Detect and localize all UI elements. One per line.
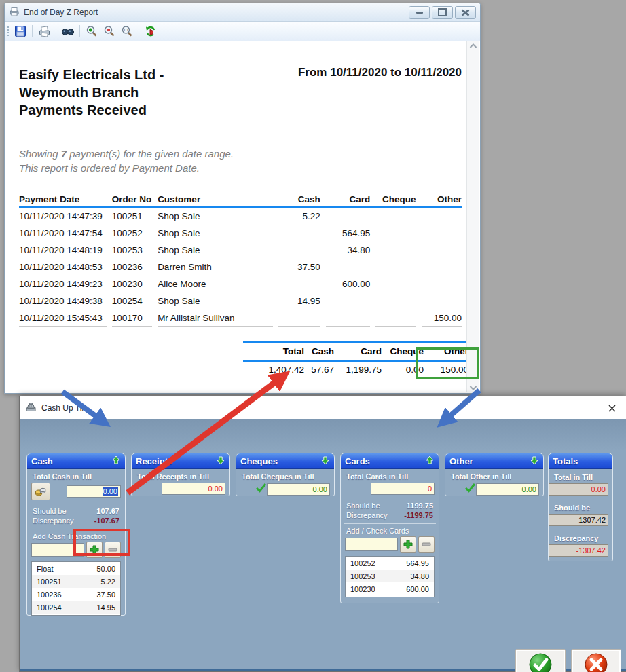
list-item[interactable]: 10025414.95	[32, 601, 120, 614]
add-button[interactable]	[400, 536, 416, 553]
cheques-total-field[interactable]: 0.00	[267, 483, 330, 496]
report-toolbar: 1:1	[5, 22, 480, 41]
cell: 10/11/2020 15:45:43	[19, 310, 107, 327]
table-row: 10/11/2020 15:45:43100170Mr Allistair Su…	[19, 310, 462, 327]
zoom-out-icon	[103, 25, 115, 37]
list-item[interactable]: 1002515.22	[32, 575, 120, 588]
zoom-reset-icon: 1:1	[121, 25, 133, 37]
dialog-titlebar[interactable]: Cash Up Till	[20, 396, 626, 419]
add-button[interactable]	[86, 542, 103, 558]
cash-transactions-list[interactable]: Float50.001002515.2210023637.5010025414.…	[31, 561, 121, 616]
cards-should-be: Should be 1199.75	[341, 500, 439, 510]
cell: 564.95	[326, 225, 370, 242]
cash-should-be: Should be 107.67	[27, 506, 125, 515]
arrow-down-icon[interactable]	[216, 455, 225, 467]
report-note: Showing 7 payment(s) for the given date …	[19, 147, 467, 175]
cell: 5.22	[278, 208, 320, 225]
enter-button[interactable]: Enter	[515, 649, 566, 672]
other-total-field[interactable]: 0.00	[476, 483, 539, 496]
summary-total: 1,407.42	[243, 362, 304, 379]
close-button[interactable]	[455, 6, 476, 19]
report-window-titlebar[interactable]: End of Day Z Report	[5, 3, 480, 22]
report-content: Easify Electricals Ltd - Weymouth Branch…	[5, 41, 479, 392]
refresh-button[interactable]	[143, 23, 159, 39]
report-company-title: Easify Electricals Ltd - Weymouth Branch…	[19, 66, 257, 119]
esc-button[interactable]: Esc	[571, 649, 621, 672]
column-header: Payment Date	[19, 194, 107, 204]
cell: 100251	[37, 578, 101, 586]
totals-total-field: 0.00	[549, 483, 608, 496]
close-icon	[462, 10, 469, 16]
cell	[326, 259, 370, 276]
cell: 10/11/2020 14:47:54	[19, 225, 107, 242]
cell	[278, 242, 320, 259]
report-scrollbar[interactable]	[466, 41, 479, 392]
remove-button[interactable]	[418, 536, 435, 553]
print-button[interactable]	[36, 23, 52, 39]
toolbar-grip	[6, 25, 10, 37]
cell: 14.95	[96, 603, 115, 612]
receipts-total-field[interactable]: 0.00	[162, 483, 225, 495]
cell	[375, 276, 416, 293]
zoom-in-button[interactable]	[84, 23, 100, 39]
minimize-button[interactable]	[409, 6, 430, 19]
coins-button[interactable]	[31, 483, 50, 500]
column-header: Cash	[304, 346, 334, 356]
total-cards-label: Total Cards in Till	[341, 469, 439, 481]
zoom-reset-button[interactable]: 1:1	[119, 23, 135, 39]
report-window-title: End of Day Z Report	[24, 7, 98, 17]
scroll-up-icon[interactable]	[469, 43, 477, 49]
arrow-down-icon[interactable]	[320, 455, 330, 467]
arrow-up-icon[interactable]	[425, 455, 435, 467]
panel-title: Receipts	[136, 456, 172, 466]
list-item[interactable]: 10025334.80	[346, 570, 434, 582]
panel-title: Cheques	[240, 456, 278, 466]
totals-discrepancy-field: -1307.42	[549, 544, 608, 557]
list-item[interactable]: Float50.00	[32, 562, 120, 575]
scroll-down-icon[interactable]	[469, 385, 477, 390]
zoom-out-button[interactable]	[101, 23, 117, 39]
arrow-down-icon[interactable]	[530, 455, 539, 467]
cell: 10/11/2020 14:47:39	[19, 208, 107, 225]
cell	[422, 225, 462, 242]
payments-table-header: Payment Date Order No Customer Cash Card…	[19, 191, 462, 208]
cards-total-field[interactable]: 0	[371, 483, 435, 495]
panel-totals: Totals Total in Till 0.00 Should be 1307…	[548, 453, 613, 561]
cell	[278, 310, 320, 327]
check-icon	[464, 483, 476, 496]
cell	[375, 242, 416, 259]
arrow-up-icon[interactable]	[111, 455, 121, 467]
save-button[interactable]	[12, 23, 29, 39]
dialog-close-button[interactable]	[603, 399, 621, 417]
find-icon	[61, 26, 75, 37]
print-icon	[38, 25, 51, 37]
cell: 37.50	[96, 591, 115, 599]
cell: 34.80	[326, 242, 370, 259]
list-item[interactable]: 100252564.95	[346, 557, 434, 570]
column-header: Cash	[278, 194, 320, 204]
remove-button[interactable]	[105, 542, 121, 558]
column-header: Card	[334, 346, 382, 356]
cell: Shop Sale	[158, 293, 273, 310]
cell: 100230	[350, 585, 406, 593]
cash-total-field[interactable]: 0.00	[67, 485, 121, 498]
add-cash-input[interactable]	[31, 543, 84, 557]
toolbar-separator	[32, 25, 33, 37]
find-button[interactable]	[60, 23, 76, 39]
total-other-label: Total Other in Till	[445, 469, 543, 481]
panel-cheques: Cheques Total Cheques in Till 0.00	[236, 453, 335, 496]
add-card-input[interactable]	[345, 538, 398, 551]
cell: 100254	[112, 293, 152, 310]
table-row: 10/11/2020 14:48:53100236Darren Smith37.…	[19, 259, 462, 276]
list-item[interactable]: 100230600.00	[346, 582, 434, 595]
restore-button[interactable]	[432, 6, 453, 19]
card-transactions-list[interactable]: 100252564.9510025334.80100230600.00	[345, 556, 435, 597]
cell	[326, 310, 370, 327]
column-header: Total	[243, 346, 304, 356]
list-item[interactable]: 10023637.50	[32, 588, 120, 601]
cell	[375, 208, 416, 225]
summary-header: Total Cash Card Cheque Other	[243, 341, 468, 362]
totals-should-be-field: 1307.42	[549, 514, 608, 526]
cell	[375, 310, 416, 327]
cell: Shop Sale	[158, 242, 273, 259]
